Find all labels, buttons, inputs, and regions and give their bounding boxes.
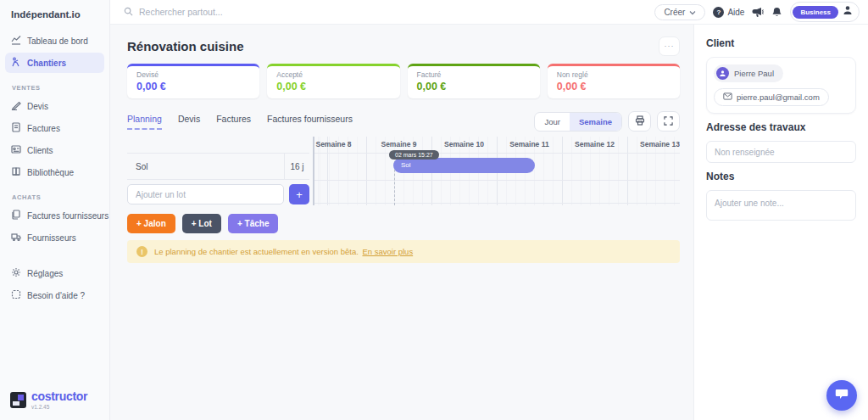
- sidebar-item-tableau-de-bord[interactable]: Tableau de bord: [5, 31, 104, 51]
- view-toggle-jour[interactable]: Jour: [535, 113, 569, 131]
- invoice-icon: [11, 122, 21, 134]
- sidebar-item-label: Bibliothèque: [27, 168, 74, 177]
- library-book-icon: [11, 166, 21, 178]
- envelope-icon: [723, 92, 732, 102]
- gantt-planning: Sol 16 j + Semaine 8 Semaine 9 Semaine 1…: [127, 137, 680, 205]
- stat-label: Facturé: [417, 70, 531, 79]
- warning-icon: !: [136, 246, 147, 257]
- stat-value: 0,00 €: [136, 81, 250, 92]
- add-lot-action-button[interactable]: + Lot: [182, 214, 221, 233]
- search-icon: [124, 4, 133, 20]
- add-jalon-button[interactable]: + Jalon: [127, 214, 175, 233]
- tab-factures[interactable]: Factures: [216, 114, 251, 130]
- topbar: Créer ? Aide Business: [110, 0, 868, 25]
- print-button[interactable]: [628, 111, 651, 132]
- notes-input[interactable]: [706, 190, 856, 221]
- address-input[interactable]: [706, 141, 856, 163]
- brand-name: costructor: [31, 389, 87, 403]
- brand-version: v1.2.45: [31, 404, 87, 410]
- sidebar-item-label: Factures: [27, 124, 60, 133]
- notes-heading: Notes: [706, 171, 856, 182]
- gantt-bar-sol[interactable]: Sol: [393, 158, 535, 173]
- page-title: Rénovation cuisine: [127, 39, 244, 53]
- stat-value: 0,00 €: [557, 81, 670, 92]
- stat-label: Accepté: [276, 70, 390, 79]
- week-header: Semaine 13: [627, 137, 680, 153]
- sidebar-item-factures[interactable]: Factures: [5, 118, 104, 138]
- week-header: Semaine 10: [431, 137, 497, 153]
- tab-factures-fournisseurs[interactable]: Factures fournisseurs: [267, 114, 353, 130]
- plan-badge: Business: [793, 6, 838, 19]
- learn-more-link[interactable]: En savoir plus: [362, 247, 413, 256]
- stat-value: 0,00 €: [417, 81, 531, 92]
- megaphone-icon[interactable]: [752, 7, 764, 18]
- crane-icon: [11, 57, 21, 69]
- sidebar-section-achats: ACHATS: [5, 184, 104, 205]
- stat-label: Non reglé: [557, 70, 670, 79]
- gantt-date-tooltip: 02 mars 15:27: [389, 150, 439, 160]
- client-email: pierre.paul@gmail.com: [737, 92, 820, 102]
- app-logo: Indépendant.io: [0, 0, 109, 31]
- sidebar-item-chantiers[interactable]: Chantiers: [5, 53, 104, 73]
- chat-bubble-icon: [835, 388, 849, 403]
- add-lot-button[interactable]: +: [289, 184, 309, 204]
- quote-pen-icon: [11, 100, 21, 112]
- beta-banner-text: Le planning de chantier est actuellement…: [154, 247, 359, 256]
- gantt-row: [314, 180, 680, 204]
- account-menu[interactable]: Business: [790, 2, 860, 22]
- costructor-logo-icon: [10, 392, 26, 408]
- client-email-chip[interactable]: pierre.paul@gmail.com: [714, 88, 829, 106]
- sidebar-footer-gap: [5, 249, 104, 263]
- supplier-truck-icon: [11, 232, 21, 244]
- stat-card-facture: Facturé 0,00 €: [408, 64, 540, 98]
- sidebar-item-aide[interactable]: Besoin d'aide ?: [5, 285, 104, 305]
- create-button-label: Créer: [664, 8, 685, 17]
- dashboard-chart-icon: [11, 35, 21, 47]
- stats-cards: Devisé 0,00 € Accepté 0,00 € Facturé 0,0…: [127, 64, 680, 98]
- bell-icon[interactable]: [771, 7, 782, 18]
- week-header: Semaine 8: [313, 137, 366, 153]
- sidebar-section-ventes: VENTES: [5, 75, 104, 96]
- sidebar-item-clients[interactable]: Clients: [5, 140, 104, 160]
- client-avatar-icon: [716, 67, 729, 80]
- tab-devis[interactable]: Devis: [178, 114, 200, 130]
- week-header: Semaine 12: [562, 137, 627, 153]
- client-name: Pierre Paul: [734, 69, 774, 78]
- add-tache-button[interactable]: + Tâche: [228, 214, 279, 233]
- stat-value: 0,00 €: [276, 81, 390, 92]
- tab-planning[interactable]: Planning: [127, 114, 162, 130]
- sidebar-item-label: Devis: [27, 102, 48, 111]
- sidebar-item-reglages[interactable]: Réglages: [5, 263, 104, 283]
- sidebar-spacer: [0, 307, 109, 389]
- client-chip[interactable]: Pierre Paul: [714, 64, 783, 82]
- address-heading: Adresse des travaux: [706, 121, 856, 133]
- fullscreen-button[interactable]: [657, 111, 680, 132]
- gantt-chart[interactable]: Semaine 8 Semaine 9 Semaine 10 Semaine 1…: [313, 137, 680, 205]
- search-input[interactable]: [139, 7, 647, 17]
- sidebar-item-label: Chantiers: [27, 59, 66, 68]
- more-options-button[interactable]: ···: [659, 36, 680, 56]
- sidebar: Indépendant.io Tableau de bord Chantiers…: [0, 0, 110, 420]
- create-button[interactable]: Créer: [654, 4, 705, 20]
- global-search[interactable]: [124, 4, 647, 20]
- stat-label: Devisé: [136, 70, 250, 79]
- week-header: Semaine 11: [497, 137, 562, 153]
- client-heading: Client: [706, 37, 856, 49]
- sidebar-item-fournisseurs[interactable]: Fournisseurs: [5, 227, 104, 248]
- main-content: Rénovation cuisine ··· Devisé 0,00 € Acc…: [110, 25, 693, 420]
- sidebar-item-label: Besoin d'aide ?: [27, 291, 85, 300]
- view-toggle-semaine[interactable]: Semaine: [570, 113, 621, 131]
- sidebar-item-bibliotheque[interactable]: Bibliothèque: [5, 162, 104, 182]
- lot-row-sol[interactable]: Sol 16 j: [127, 153, 309, 180]
- sidebar-item-factures-fournisseurs[interactable]: Factures fournisseurs: [5, 205, 104, 226]
- sidebar-item-label: Tableau de bord: [27, 36, 88, 46]
- beta-banner: ! Le planning de chantier est actuelleme…: [127, 240, 680, 263]
- help-button[interactable]: ? Aide: [713, 7, 744, 18]
- sidebar-item-label: Clients: [27, 146, 53, 155]
- lot-duration: 16 j: [284, 154, 309, 179]
- sidebar-item-devis[interactable]: Devis: [5, 96, 104, 116]
- stat-card-devise: Devisé 0,00 €: [127, 64, 259, 98]
- chat-launcher-button[interactable]: [826, 380, 857, 411]
- view-toggle: Jour Semaine: [534, 112, 622, 132]
- add-lot-input[interactable]: [127, 184, 284, 204]
